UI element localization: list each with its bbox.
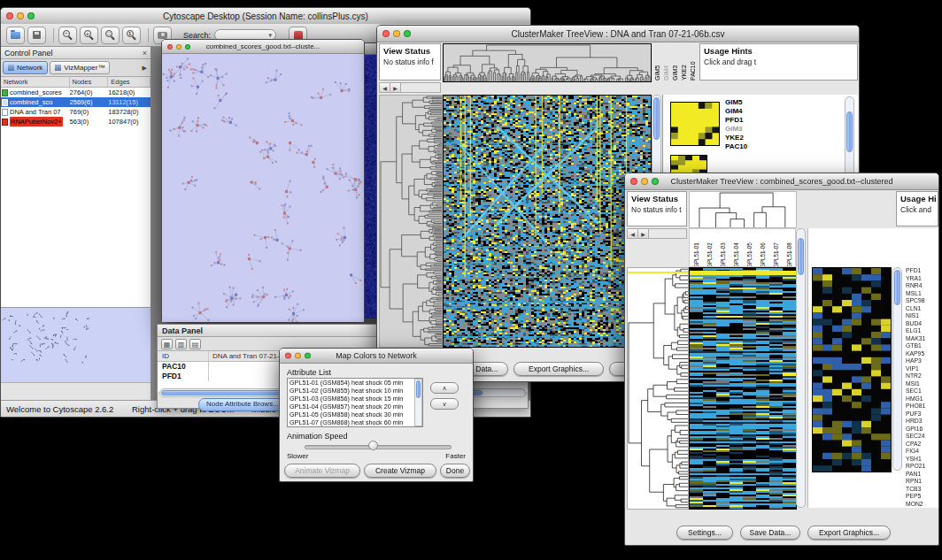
gene-label[interactable]: NIS1 — [906, 312, 938, 320]
scroll-right-icon[interactable]: ▶ — [390, 83, 401, 92]
save-session-icon[interactable] — [27, 27, 46, 44]
settings-button[interactable]: Settings... — [676, 525, 733, 540]
minimize-window-icon[interactable] — [176, 44, 181, 50]
treeview-combined-titlebar[interactable]: ClusterMaker TreeView : combined_scores_… — [625, 173, 938, 190]
scrollbar-thumb[interactable] — [846, 111, 853, 152]
tv2-heatmap-canvas[interactable] — [689, 267, 797, 510]
zoom-out-button[interactable]: − — [58, 27, 77, 44]
tv1-row-dendrogram-canvas[interactable] — [379, 95, 443, 348]
zoom-window-icon[interactable] — [27, 12, 35, 19]
animation-speed-slider[interactable] — [305, 445, 452, 449]
close-icon[interactable]: × — [143, 49, 147, 58]
gene-label[interactable]: MON2 — [906, 501, 938, 509]
overview-thumbnail-canvas[interactable] — [1, 308, 150, 382]
gene-label[interactable]: YKE2 — [725, 134, 747, 142]
zoom-actual-button[interactable]: 1 — [122, 27, 141, 44]
gene-label[interactable]: SEC1 — [906, 387, 938, 395]
done-button[interactable]: Done — [440, 464, 470, 478]
minimize-window-icon[interactable] — [641, 178, 648, 185]
attribute-matrix-icon[interactable]: ▤ — [189, 339, 201, 349]
gene-label[interactable]: RNR4 — [906, 282, 938, 290]
gene-label[interactable]: HAP3 — [906, 357, 938, 365]
gene-label[interactable]: GTB1 — [906, 342, 938, 350]
tv1-correlation-matrix-canvas[interactable] — [670, 102, 720, 146]
attribute-table-icon[interactable]: ▥ — [175, 339, 187, 349]
gene-label[interactable]: RPN1 — [906, 478, 938, 486]
cytoscape-titlebar[interactable]: Cytoscape Desktop (Session Name: collins… — [1, 8, 530, 25]
node-attribute-browser-button[interactable]: Node Attribute Brows... — [198, 398, 287, 411]
tab-overflow-icon[interactable]: ▶ — [143, 65, 149, 72]
dropdown-icon[interactable]: ▾ — [269, 32, 273, 39]
control-panel-tab[interactable]: Network — [3, 61, 48, 74]
tv2-hnav-scrollbar[interactable]: ◀ ▶ — [627, 228, 687, 239]
zoom-in-button[interactable]: + — [80, 27, 98, 44]
tv1-column-dendrogram-canvas[interactable] — [443, 43, 652, 82]
gene-label[interactable]: GIM3 — [725, 125, 747, 134]
zoom-fit-button[interactable]: □ — [101, 27, 120, 44]
close-window-icon[interactable] — [630, 178, 637, 185]
tv1-heatmap-canvas[interactable] — [443, 95, 652, 348]
gene-label[interactable]: HRD3 — [906, 418, 938, 426]
move-up-button[interactable]: ∧ — [430, 382, 459, 394]
network-view-titlebar[interactable]: combined_scores_good.txt--cluste... — [162, 40, 364, 54]
gene-label[interactable]: GIM4 — [725, 107, 747, 116]
gene-label[interactable]: MSI1 — [906, 380, 938, 388]
open-session-icon[interactable] — [6, 27, 25, 44]
gene-label[interactable]: SPC98 — [906, 297, 938, 305]
tv2-column-dendrogram-canvas[interactable] — [689, 191, 797, 228]
attribute-list-item[interactable]: GPL51-07 (GSM868) heat shock 60 min — [288, 418, 422, 426]
attribute-list-item[interactable]: GPL51-05 (GSM858) heat shock 30 min — [288, 410, 422, 418]
attribute-list-item[interactable]: GPL51-04 (GSM857) heat shock 20 min — [288, 403, 422, 410]
gene-label[interactable]: HMG1 — [906, 395, 938, 403]
dialog-titlebar[interactable]: Map Colors to Network — [280, 349, 473, 364]
gene-label[interactable]: YSH1 — [906, 456, 938, 464]
gene-label[interactable]: BUD4 — [906, 320, 938, 328]
tv2-row-dendrogram-canvas[interactable] — [627, 267, 689, 510]
select-attributes-icon[interactable]: ▦ — [161, 339, 173, 349]
tv2-right-vscrollbar[interactable] — [892, 267, 902, 471]
create-vizmap-button[interactable]: Create Vizmap — [364, 464, 436, 478]
scrollbar-thumb[interactable] — [894, 270, 900, 305]
export-graphics-button[interactable]: Export Graphics... — [807, 525, 891, 540]
tv2-vscrollbar[interactable] — [796, 228, 806, 508]
zoom-window-icon[interactable] — [404, 30, 411, 37]
network-table-row[interactable]: DNA and Tran 07 769(0) 183728(0) — [1, 107, 151, 117]
close-window-icon[interactable] — [6, 12, 13, 19]
network-graph-canvas[interactable] — [162, 54, 364, 322]
close-window-icon[interactable] — [382, 30, 390, 37]
gene-label[interactable]: SEC24 — [906, 433, 938, 441]
gene-label[interactable]: PAN1 — [906, 471, 938, 479]
gene-label[interactable]: GIM5 — [725, 98, 747, 107]
tv2-secondary-heatmap-canvas[interactable] — [812, 267, 892, 472]
scrollbar-thumb[interactable] — [416, 380, 421, 398]
attribute-list-item[interactable]: GPL51-01 (GSM854) heat shock 05 min — [288, 379, 422, 387]
gene-label[interactable]: NTR2 — [906, 372, 938, 380]
zoom-window-icon[interactable] — [305, 353, 311, 359]
gene-label[interactable]: YRA1 — [906, 275, 938, 283]
gene-label[interactable]: KAP95 — [906, 350, 938, 358]
gene-label[interactable]: PAC10 — [725, 142, 747, 151]
minimize-window-icon[interactable] — [393, 30, 400, 37]
scroll-right-icon[interactable]: ▶ — [638, 229, 649, 238]
network-table-row[interactable]: combined_sco 2569(6) 13112(15) — [1, 97, 151, 107]
gene-label[interactable]: PFD1 — [906, 267, 938, 275]
gene-label[interactable]: CLN1 — [906, 305, 938, 313]
zoom-window-icon[interactable] — [185, 44, 190, 50]
gene-label[interactable]: CPA2 — [906, 441, 938, 449]
close-window-icon[interactable] — [167, 44, 173, 50]
gene-label[interactable]: VIP1 — [906, 365, 938, 373]
id-column-header[interactable]: ID — [158, 351, 209, 361]
gene-label[interactable]: PHO81 — [906, 403, 938, 410]
scroll-left-icon[interactable]: ◀ — [628, 229, 638, 238]
scrollbar-thumb[interactable] — [653, 97, 660, 140]
minimize-window-icon[interactable] — [295, 353, 301, 359]
treeview-dna-titlebar[interactable]: ClusterMaker TreeView : DNA and Tran 07-… — [377, 26, 859, 42]
scroll-left-icon[interactable]: ◀ — [380, 83, 390, 92]
gene-label[interactable]: PUF3 — [906, 410, 938, 418]
zoom-window-icon[interactable] — [652, 178, 659, 185]
tv1-hnav-scrollbar[interactable]: ◀ ▶ — [379, 82, 441, 93]
gene-label[interactable]: GPI16 — [906, 426, 938, 433]
attribute-list-item[interactable]: GPL51-03 (GSM856) heat shock 15 min — [288, 395, 422, 403]
animate-vizmap-button[interactable]: Animate Vizmap — [284, 464, 360, 478]
gene-label[interactable]: TCB3 — [906, 486, 938, 494]
